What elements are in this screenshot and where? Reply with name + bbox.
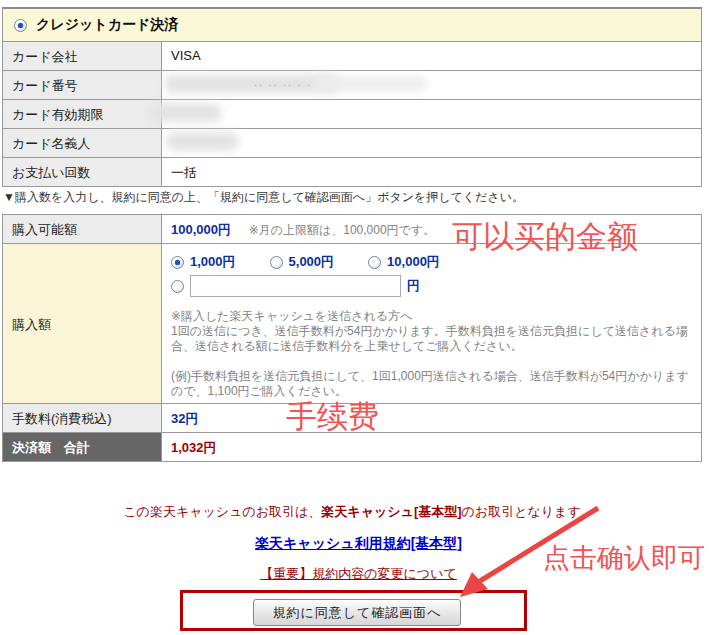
notice-prefix: この楽天キャッシュのお取引は、 [123,504,321,519]
amount-radio-custom[interactable] [171,280,184,293]
fee-amount: 32円 [171,411,198,426]
card-holder-value [162,129,701,157]
total-value: 1,032円 [162,433,701,461]
amount-radio-10000[interactable] [368,256,381,269]
custom-amount-unit: 円 [407,277,420,295]
payment-page: クレジットカード決済 カード会社 VISA カード番号 ·· ·· ·· · ·… [0,0,717,635]
table-row: カード名義人 [3,129,701,158]
masked-value [312,76,427,91]
total-label: 決済額 合計 [3,433,162,461]
table-row: カード会社 VISA [3,42,701,71]
purchase-notes: ※購入した楽天キャッシュを送信される方へ 1回の送信につき、送信手数料が54円か… [171,309,697,399]
purchase-amount-value: 1,000円 5,000円 10,000円 円 [162,244,701,403]
note-paragraph: ※購入した楽天キャッシュを送信される方へ 1回の送信につき、送信手数料が54円か… [171,309,697,354]
payment-count-value: 一括 [162,158,701,186]
card-expiry-value [162,100,701,128]
table-row: カード番号 ·· ·· ·· · · [3,71,701,100]
amount-option-1000[interactable]: 1,000円 [171,253,236,271]
amount-radio-5000[interactable] [270,256,283,269]
credit-card-method-label: クレジットカード決済 [36,16,178,34]
amount-radio-1000[interactable] [171,256,184,269]
annotation-available-amount: 可以买的金额 [452,216,638,258]
masked-value [166,132,239,151]
card-holder-label: カード名義人 [3,129,162,157]
credit-card-table: クレジットカード決済 カード会社 VISA カード番号 ·· ·· ·· · ·… [2,7,702,187]
masked-digits: ·· ·· ·· · · [254,80,312,90]
amount-option-label: 5,000円 [289,253,335,271]
amount-option-label: 1,000円 [190,253,236,271]
amount-option-10000[interactable]: 10,000円 [368,253,440,271]
annotation-fee: 手续费 [286,396,379,438]
custom-amount-input[interactable] [190,275,401,297]
terms-change-link[interactable]: 【重要】規約内容の変更について [260,566,457,581]
amount-option-5000[interactable]: 5,000円 [270,253,335,271]
total-amount: 1,032円 [171,440,217,455]
instruction-text: ▼購入数を入力し、規約に同意の上、「規約に同意して確認画面へ」ボタンを押してくだ… [3,189,524,206]
card-number-label: カード番号 [3,71,162,99]
purchase-amount-label: 購入額 [3,244,162,403]
table-row: カード有効期限 [3,100,701,129]
note-paragraph: (例)手数料負担を送信元負担にして、1回1,000円送信される場合、送信手数料が… [171,369,697,399]
card-company-value: VISA [162,42,701,70]
table-row: お支払い回数 一括 [3,158,701,186]
purchase-amount-row: 購入額 1,000円 5,000円 10,000円 [3,244,701,404]
fee-label: 手数料(消費税込) [3,404,162,432]
available-amount-note: ※月の上限額は、100,000円です。 [249,223,436,237]
credit-card-method-radio[interactable] [14,19,27,32]
annotation-arrow-icon [430,500,610,605]
card-company-label: カード会社 [3,42,162,70]
masked-value [150,103,222,122]
payment-count-label: お支払い回数 [3,158,162,186]
available-amount-label: 購入可能額 [3,215,162,243]
amount-option-label: 10,000円 [387,253,440,271]
fee-value: 32円 [162,404,701,432]
card-number-value: ·· ·· ·· · · [162,71,701,99]
card-expiry-label: カード有効期限 [3,100,162,128]
available-amount: 100,000円 [171,222,231,237]
credit-card-method-header: クレジットカード決済 [3,9,701,42]
